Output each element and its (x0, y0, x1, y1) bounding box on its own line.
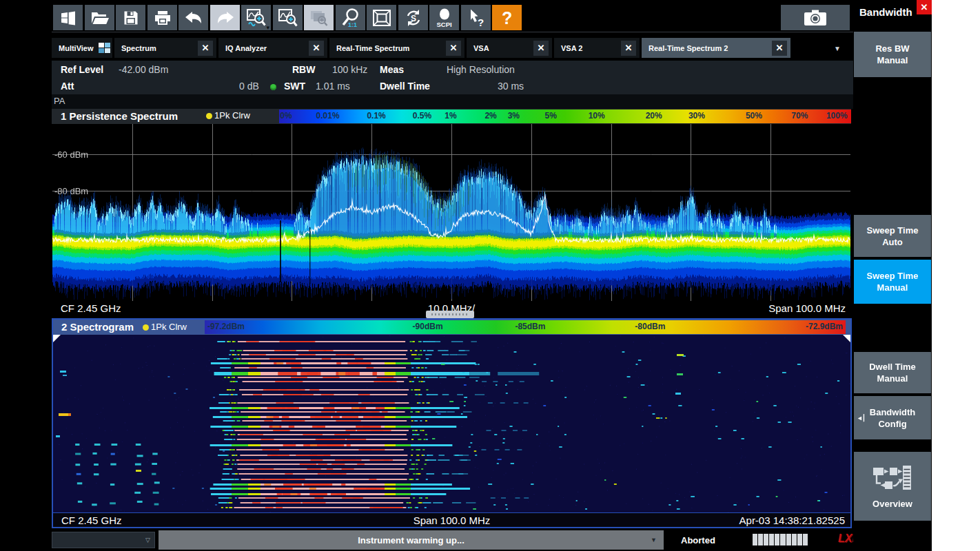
trace-label: 1Pk Clrw (151, 322, 187, 332)
scale-tick-label: -72.9dBm (806, 322, 843, 331)
close-tab-icon[interactable]: ✕ (772, 41, 787, 56)
softkey-bandwidth-config[interactable]: ◄▏BandwidthConfig (854, 396, 931, 439)
zoom-1-1-button[interactable]: 1:1 (336, 5, 365, 30)
tab-multiview[interactable]: MultiView (52, 38, 112, 58)
progress-segment (786, 534, 791, 545)
tab-label: Real-Time Spectrum (336, 44, 409, 52)
close-menu-button[interactable]: ✕ (917, 0, 932, 14)
softkey-menu-title: Bandwidth (859, 6, 912, 18)
status-message: Instrument warming up... (358, 535, 465, 545)
graph-zoom-plus-icon (278, 8, 298, 28)
softkey-label: Overview (872, 498, 912, 510)
help-icon: ? (498, 8, 516, 28)
progress-segment (775, 534, 779, 545)
softkey-overview[interactable]: Overview (854, 452, 931, 521)
status-dropdown[interactable]: ▽ (52, 532, 155, 548)
tab-vsa[interactable]: VSA✕ (467, 38, 552, 58)
ref-level-value[interactable]: -42.00 dBm (119, 64, 168, 75)
open-file-button[interactable] (85, 5, 114, 30)
ref-level-label[interactable]: Ref Level (61, 64, 103, 75)
softkey-sweep-time-manual[interactable]: Sweep TimeManual (854, 260, 931, 304)
camera-icon (801, 8, 830, 27)
svg-text:SCPI: SCPI (436, 20, 451, 28)
att-label[interactable]: Att (61, 81, 74, 92)
meas-value[interactable]: High Resolution (447, 64, 515, 75)
window-corner-marker (53, 335, 61, 342)
att-value[interactable]: 0 dB (239, 81, 259, 92)
tab-spectrum[interactable]: Spectrum✕ (114, 38, 216, 58)
dwell-time-label[interactable]: Dwell Time (380, 81, 430, 92)
close-tab-icon[interactable]: ✕ (309, 41, 324, 56)
tab-real-time-spectrum[interactable]: Real-Time Spectrum✕ (329, 38, 465, 58)
zoom-mode-button[interactable]: ▾ (241, 5, 271, 30)
softkey-label: Bandwidth (870, 406, 915, 418)
dwell-time-value[interactable]: 30 ms (498, 81, 524, 92)
undo-button[interactable] (178, 5, 208, 30)
softkey-label: Manual (877, 373, 908, 384)
multiple-zoom-button[interactable] (273, 5, 303, 30)
meas-label[interactable]: Meas (380, 64, 404, 75)
windows-zoom-icon (309, 9, 329, 27)
close-tab-icon[interactable]: ✕ (621, 41, 636, 56)
progress-segment (797, 534, 802, 545)
persistence-display[interactable] (52, 124, 850, 301)
softkey-res-bw-manual[interactable]: Res BWManual (854, 32, 931, 77)
close-tab-icon[interactable]: ✕ (198, 41, 213, 56)
screenshot-button[interactable] (781, 5, 850, 30)
tab-label: Spectrum (121, 44, 156, 52)
scale-tick-label: -85dBm (515, 322, 545, 331)
grid-icon (99, 43, 110, 53)
save-button[interactable] (116, 5, 145, 30)
spectrogram-color-scale: -97.2dBm-90dBm-85dBm-80dBm-72.9dBm (205, 320, 846, 334)
w2-timestamp: Apr-03 14:38:21.82525 (739, 514, 845, 526)
redo-button[interactable] (210, 5, 240, 30)
close-tab-icon[interactable]: ✕ (533, 41, 549, 56)
spectrogram-window[interactable]: 2 Spectrogram 1Pk Clrw -97.2dBm-90dBm-85… (52, 318, 852, 528)
status-green-dot (270, 84, 276, 90)
split-zoom-button[interactable] (304, 5, 334, 30)
swt-value[interactable]: 1.01 ms (316, 81, 350, 92)
chevron-down-icon: ▽ (145, 537, 150, 543)
tab-label: Real-Time Spectrum 2 (649, 44, 728, 52)
softkey-label: Auto (882, 236, 903, 248)
graph-zoom-icon (246, 8, 267, 28)
scpi-recorder-button[interactable]: SCPI (429, 5, 459, 30)
softkey-sweep-time-auto[interactable]: Sweep TimeAuto (854, 215, 931, 257)
rbw-value[interactable]: 100 kHz (332, 64, 367, 75)
pointer-help-icon: ? (467, 8, 486, 28)
print-button[interactable] (147, 5, 177, 30)
tab-overflow-button[interactable]: ▼ (821, 39, 853, 57)
softkey-sidebar: Bandwidth ✕ Res BWManualSweep TimeAutoSw… (853, 0, 932, 551)
help-button[interactable]: ? (492, 5, 522, 30)
chevron-down-icon: ▼ (651, 537, 657, 543)
display-frame-button[interactable] (367, 5, 396, 30)
swt-label[interactable]: SWT (284, 81, 305, 92)
save-icon (123, 10, 139, 26)
status-message-bar[interactable]: Instrument warming up... ▼ (159, 530, 664, 550)
scale-tick-label: 0.01% (316, 111, 340, 121)
tab-iq-analyzer[interactable]: IQ Analyzer✕ (218, 38, 327, 58)
softkey-label: Manual (877, 282, 908, 293)
progress-segment (792, 534, 797, 545)
persistence-color-scale: 0%0.01%0.1%0.5%1%2%3%5%10%20%30%50%70%10… (279, 110, 851, 123)
sync-button[interactable]: S (398, 5, 428, 30)
rbw-label[interactable]: RBW (292, 64, 315, 75)
scale-tick-label: -90dBm (413, 322, 443, 331)
spectrogram-display[interactable] (53, 335, 850, 512)
spectrum-analyzer-screen: ▾1:1SSCPI?? MultiViewSpectrum✕IQ Analyze… (0, 0, 980, 551)
tab-vsa-2[interactable]: VSA 2✕ (554, 38, 640, 58)
windows-menu-button[interactable] (53, 5, 83, 30)
print-icon (154, 10, 172, 26)
window-splitter-handle[interactable] (426, 311, 474, 318)
pa-indicator: PA (54, 96, 65, 106)
svg-text:?: ? (478, 17, 484, 28)
magnifier-1to1-icon: 1:1 (340, 8, 361, 28)
softkey-dwell-time-manual[interactable]: Dwell TimeManual (854, 352, 931, 393)
frame-icon (372, 9, 391, 27)
trace-label: 1Pk Clrw (214, 110, 250, 121)
scale-tick-label: -80dBm (635, 322, 665, 331)
close-tab-icon[interactable]: ✕ (446, 41, 461, 56)
softkey-label: Res BW (875, 43, 909, 54)
context-help-button[interactable]: ? (461, 5, 491, 30)
tab-real-time-spectrum-2[interactable]: Real-Time Spectrum 2✕ (642, 38, 790, 58)
